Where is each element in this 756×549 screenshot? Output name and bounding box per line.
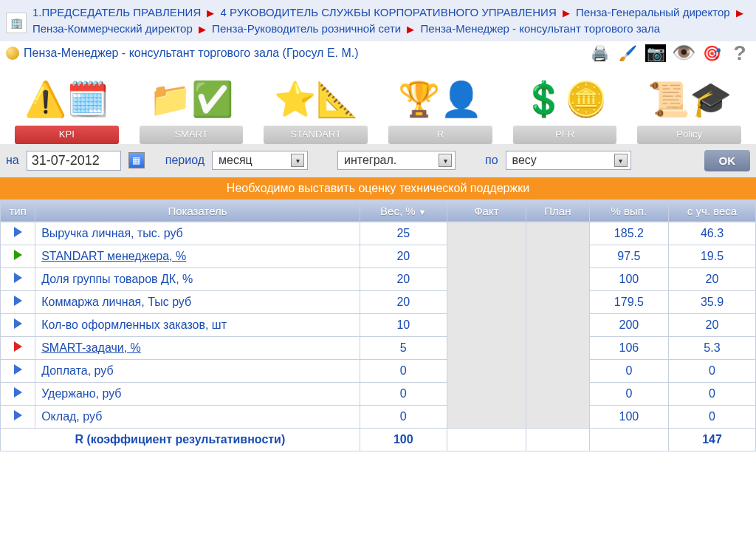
- footer-label: R (коэффициент результативности): [1, 428, 360, 451]
- by-label: по: [485, 154, 498, 167]
- breadcrumb-item[interactable]: Пенза-Менеджер - консультант торгового з…: [421, 22, 661, 35]
- row-weight: 0: [360, 359, 447, 382]
- by-select[interactable]: весу ▾: [506, 151, 631, 170]
- row-name: Коммаржа личная, Тыс руб: [35, 290, 360, 313]
- col-name[interactable]: Показатель: [35, 200, 360, 222]
- row-weight: 5: [360, 336, 447, 359]
- row-weighted: 0: [668, 359, 755, 382]
- row-weighted: 35.9: [668, 290, 755, 313]
- help-icon[interactable]: ?: [729, 44, 750, 62]
- nav-tabs: ⚠️🗓️ KPI 📁✅ SMART ⭐📐 STANDART 🏆👤 R 💲🪙 PF…: [0, 65, 756, 144]
- row-pct: 185.2: [589, 222, 668, 245]
- period-value: месяц: [219, 154, 252, 167]
- nav-tab-label: Policy: [637, 126, 741, 144]
- row-type-icon: [1, 245, 35, 267]
- row-weight: 0: [360, 382, 447, 405]
- nav-tab-pfr[interactable]: 💲🪙 PFR: [513, 72, 617, 144]
- row-weighted: 0: [668, 405, 755, 428]
- col-plan[interactable]: План: [526, 200, 589, 222]
- nav-tab-r[interactable]: 🏆👤 R: [388, 72, 492, 144]
- col-pct[interactable]: % вып.: [589, 200, 668, 222]
- breadcrumb-sep-icon: ▶: [204, 7, 217, 18]
- calendar-icon[interactable]: ▦: [128, 152, 145, 168]
- brush-icon[interactable]: 🖌️: [617, 44, 638, 62]
- eye-icon[interactable]: 👁️: [673, 44, 694, 62]
- table-row[interactable]: Доля группы товаров ДК, % 20 100 20: [1, 267, 756, 290]
- breadcrumb-item[interactable]: Пенза-Коммерческий директор: [32, 22, 193, 35]
- target-icon[interactable]: 🎯: [701, 44, 722, 62]
- print-icon[interactable]: 🖨️: [589, 44, 610, 62]
- table-row[interactable]: Кол-во оформленных заказов, шт 10 200 20: [1, 313, 756, 336]
- nav-tab-label: STANDART: [264, 126, 368, 144]
- col-weight[interactable]: Вес, %▼: [360, 200, 447, 222]
- col-fact[interactable]: Факт: [447, 200, 526, 222]
- table-row[interactable]: STANDART менеджера, % 20 97.5 19.5: [1, 245, 756, 267]
- nav-tab-icon: 🏆👤: [388, 72, 492, 126]
- row-pct: 179.5: [589, 290, 668, 313]
- row-name: Доля группы товаров ДК, %: [35, 267, 360, 290]
- col-weighted[interactable]: с уч. веса: [668, 200, 755, 222]
- row-weighted: 46.3: [668, 222, 755, 245]
- nav-tab-icon: 📜🎓: [637, 72, 741, 126]
- chevron-down-icon: ▾: [614, 154, 628, 167]
- breadcrumb-sep-icon: ▶: [560, 7, 573, 18]
- breadcrumb: 🏢 1.ПРЕДСЕДАТЕЛЬ ПРАВЛЕНИЯ ▶ 4 РУКОВОДИТ…: [0, 0, 756, 41]
- row-type-icon: [1, 313, 35, 336]
- user-icon: [6, 47, 19, 60]
- table-row[interactable]: Выручка личная, тыс. руб 25 185.2 46.3: [1, 222, 756, 245]
- row-pct: 97.5: [589, 245, 668, 267]
- breadcrumb-item[interactable]: 1.ПРЕДСЕДАТЕЛЬ ПРАВЛЕНИЯ: [32, 6, 201, 18]
- period-select[interactable]: месяц ▾: [212, 151, 308, 170]
- row-weight: 25: [360, 222, 447, 245]
- camera-icon[interactable]: 📷: [645, 44, 666, 62]
- row-type-icon: [1, 382, 35, 405]
- date-input[interactable]: [27, 151, 121, 171]
- table-row[interactable]: Коммаржа личная, Тыс руб 20 179.5 35.9: [1, 290, 756, 313]
- table-row[interactable]: Доплата, руб 0 0 0: [1, 359, 756, 382]
- breadcrumb-sep-icon: ▶: [733, 7, 746, 18]
- table-row[interactable]: Удержано, руб 0 0 0: [1, 382, 756, 405]
- nav-tab-icon: ⭐📐: [264, 72, 368, 126]
- nav-tab-policy[interactable]: 📜🎓 Policy: [637, 72, 741, 144]
- breadcrumb-item[interactable]: 4 РУКОВОДИТЕЛЬ СЛУЖБЫ КОРПОРАТИВНОГО УПР…: [221, 6, 557, 18]
- warning-banner: Необходимо выставить оценку технической …: [0, 177, 756, 200]
- row-name: Доплата, руб: [35, 359, 360, 382]
- nav-tab-label: SMART: [140, 126, 244, 144]
- sort-desc-icon: ▼: [419, 208, 427, 216]
- row-weight: 20: [360, 290, 447, 313]
- breadcrumb-item[interactable]: Пенза-Руководитель розничной сети: [212, 22, 401, 35]
- row-pct: 0: [589, 382, 668, 405]
- row-type-icon: [1, 290, 35, 313]
- row-pct: 106: [589, 336, 668, 359]
- row-weight: 20: [360, 267, 447, 290]
- ok-button[interactable]: OK: [704, 150, 751, 171]
- fact-hidden: [447, 222, 526, 428]
- mode-select[interactable]: интеграл. ▾: [337, 151, 456, 170]
- footer-weighted-total: 147: [668, 428, 755, 451]
- footer-fact: [447, 428, 526, 451]
- row-pct: 200: [589, 313, 668, 336]
- nav-tab-kpi[interactable]: ⚠️🗓️ KPI: [15, 72, 119, 144]
- row-name: Выручка личная, тыс. руб: [35, 222, 360, 245]
- nav-tab-standart[interactable]: ⭐📐 STANDART: [264, 72, 368, 144]
- row-name[interactable]: STANDART менеджера, %: [35, 245, 360, 267]
- row-weighted: 20: [668, 313, 755, 336]
- table-row[interactable]: SMART-задачи, % 5 106 5.3: [1, 336, 756, 359]
- date-label: на: [6, 154, 19, 167]
- breadcrumb-sep-icon: ▶: [196, 24, 209, 35]
- col-type[interactable]: тип: [1, 200, 35, 222]
- row-name: Кол-во оформленных заказов, шт: [35, 313, 360, 336]
- row-name[interactable]: SMART-задачи, %: [35, 336, 360, 359]
- row-weighted: 20: [668, 267, 755, 290]
- breadcrumb-item[interactable]: Пенза-Генеральный директор: [576, 6, 730, 18]
- nav-tab-icon: 💲🪙: [513, 72, 617, 126]
- row-weight: 10: [360, 313, 447, 336]
- nav-tab-label: R: [388, 126, 492, 144]
- row-pct: 0: [589, 359, 668, 382]
- nav-tab-smart[interactable]: 📁✅ SMART: [140, 72, 244, 144]
- row-type-icon: [1, 359, 35, 382]
- title-row: Пенза-Менеджер - консультант торгового з…: [0, 41, 756, 65]
- toolbar-icons: 🖨️ 🖌️ 📷 👁️ 🎯 ?: [589, 44, 750, 62]
- table-row[interactable]: Оклад, руб 0 100 0: [1, 405, 756, 428]
- breadcrumb-text[interactable]: 1.ПРЕДСЕДАТЕЛЬ ПРАВЛЕНИЯ ▶ 4 РУКОВОДИТЕЛ…: [32, 4, 750, 37]
